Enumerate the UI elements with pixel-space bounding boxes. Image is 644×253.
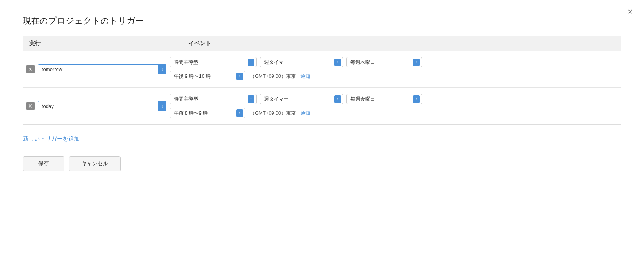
day-select-2[interactable]: 毎週月曜日 毎週火曜日 毎週水曜日 毎週木曜日 毎週金曜日 毎週土曜日 毎週日曜… <box>346 94 422 104</box>
timer-type-wrapper-2: 週タイマー 日タイマー 月タイマー ↕ <box>260 94 343 104</box>
save-button[interactable]: 保存 <box>23 156 64 171</box>
remove-trigger-1-button[interactable]: ✕ <box>26 65 35 73</box>
day-wrapper-1: 毎週月曜日 毎週火曜日 毎週水曜日 毎週木曜日 毎週金曜日 毎週土曜日 毎週日曜… <box>346 57 422 67</box>
script-input-1[interactable] <box>38 64 166 74</box>
timer-type-select-2[interactable]: 週タイマー 日タイマー 月タイマー <box>260 94 343 104</box>
script-input-2[interactable] <box>38 101 166 111</box>
col-action-header: 実行 <box>29 40 188 47</box>
trigger-row: ✕ ↕ 時間主導型 スプレッドシートから ↕ <box>23 51 621 88</box>
dialog: × 現在のプロジェクトのトリガー 実行 イベント ✕ ↕ 時間主導型 <box>0 0 644 253</box>
day-wrapper-2: 毎週月曜日 毎週火曜日 毎週水曜日 毎週木曜日 毎週金曜日 毎週土曜日 毎週日曜… <box>346 94 422 104</box>
event-type-wrapper-1: 時間主導型 スプレッドシートから ↕ <box>170 57 257 67</box>
trigger-row-2: ✕ ↕ 時間主導型 スプレッドシートから ↕ <box>23 88 621 124</box>
notify-link-2[interactable]: 通知 <box>300 110 310 117</box>
footer-buttons: 保存 キャンセル <box>23 156 621 171</box>
timer-type-select-1[interactable]: 週タイマー 日タイマー 月タイマー <box>260 57 343 67</box>
event-type-select-2[interactable]: 時間主導型 スプレッドシートから <box>170 94 257 104</box>
timezone-2: （GMT+09:00）東京 <box>250 110 296 117</box>
event-type-wrapper-2: 時間主導型 スプレッドシートから ↕ <box>170 94 257 104</box>
event-area-1: 時間主導型 スプレッドシートから ↕ 週タイマー 日タイマー 月タイマー <box>170 57 618 81</box>
script-arrow-1[interactable]: ↕ <box>158 64 166 74</box>
timezone-1: （GMT+09:00）東京 <box>250 73 296 80</box>
event-type-select-1[interactable]: 時間主導型 スプレッドシートから <box>170 57 257 67</box>
script-select-wrapper-2: ↕ <box>38 101 166 111</box>
table-header: 実行 イベント <box>23 36 621 51</box>
script-arrow-2[interactable]: ↕ <box>158 101 166 111</box>
event-line-1-bottom: 午後 9 時〜10 時 午前 8 時〜9 時 ↕ （GMT+09:00）東京 通… <box>170 71 618 81</box>
col-event-header: イベント <box>188 40 615 47</box>
time-wrapper-1: 午後 9 時〜10 時 午前 8 時〜9 時 ↕ <box>170 71 245 81</box>
remove-trigger-2-button[interactable]: ✕ <box>26 102 35 110</box>
time-select-1[interactable]: 午後 9 時〜10 時 午前 8 時〜9 時 <box>170 71 245 81</box>
trigger-line-2: ✕ ↕ 時間主導型 スプレッドシートから ↕ <box>26 94 618 118</box>
add-trigger-link[interactable]: 新しいトリガーを追加 <box>23 135 80 142</box>
close-button[interactable]: × <box>628 8 633 16</box>
event-line-2-top: 時間主導型 スプレッドシートから ↕ 週タイマー 日タイマー 月タイマー <box>170 94 618 104</box>
event-line-2-bottom: 午前 8 時〜9 時 午後 9 時〜10 時 ↕ （GMT+09:00）東京 通… <box>170 108 618 118</box>
event-line-1-top: 時間主導型 スプレッドシートから ↕ 週タイマー 日タイマー 月タイマー <box>170 57 618 67</box>
trigger-line-1: ✕ ↕ 時間主導型 スプレッドシートから ↕ <box>26 57 618 81</box>
cancel-button[interactable]: キャンセル <box>69 156 121 171</box>
trigger-section: ✕ ↕ 時間主導型 スプレッドシートから ↕ <box>23 51 621 125</box>
timer-type-wrapper-1: 週タイマー 日タイマー 月タイマー ↕ <box>260 57 343 67</box>
time-wrapper-2: 午前 8 時〜9 時 午後 9 時〜10 時 ↕ <box>170 108 245 118</box>
dialog-title: 現在のプロジェクトのトリガー <box>23 15 621 27</box>
script-select-wrapper-1: ↕ <box>38 64 166 74</box>
event-area-2: 時間主導型 スプレッドシートから ↕ 週タイマー 日タイマー 月タイマー <box>170 94 618 118</box>
time-select-2[interactable]: 午前 8 時〜9 時 午後 9 時〜10 時 <box>170 108 245 118</box>
notify-link-1[interactable]: 通知 <box>300 73 310 80</box>
day-select-1[interactable]: 毎週月曜日 毎週火曜日 毎週水曜日 毎週木曜日 毎週金曜日 毎週土曜日 毎週日曜… <box>346 57 422 67</box>
